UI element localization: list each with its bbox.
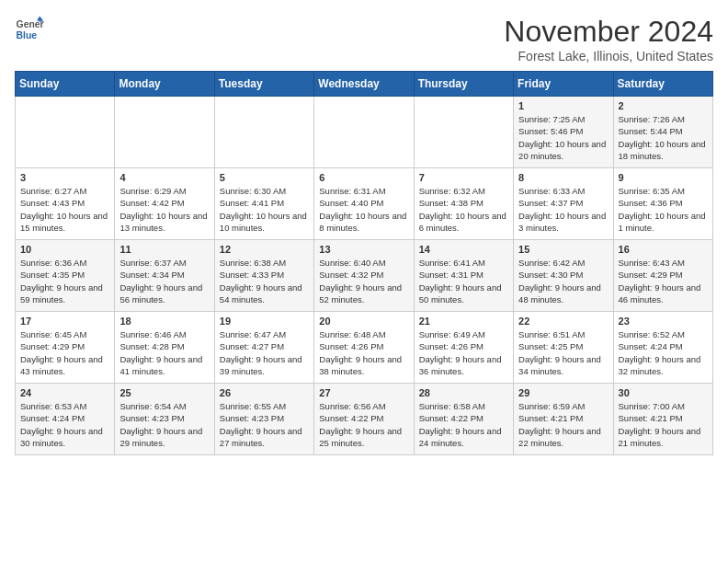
day-info: Sunrise: 6:29 AM Sunset: 4:42 PM Dayligh…: [119, 185, 209, 234]
header-day-sunday: Sunday: [16, 72, 115, 97]
day-info: Sunrise: 7:00 AM Sunset: 4:21 PM Dayligh…: [619, 400, 708, 449]
day-cell: 28Sunrise: 6:58 AM Sunset: 4:22 PM Dayli…: [414, 384, 513, 455]
day-cell: 4Sunrise: 6:29 AM Sunset: 4:42 PM Daylig…: [115, 168, 214, 240]
day-number: 25: [119, 387, 209, 398]
day-info: Sunrise: 6:51 AM Sunset: 4:25 PM Dayligh…: [518, 328, 608, 377]
week-row-2: 3Sunrise: 6:27 AM Sunset: 4:43 PM Daylig…: [16, 168, 713, 240]
day-number: 19: [220, 316, 309, 327]
day-cell: 6Sunrise: 6:31 AM Sunset: 4:40 PM Daylig…: [314, 168, 414, 240]
day-cell: 9Sunrise: 6:35 AM Sunset: 4:36 PM Daylig…: [613, 168, 712, 240]
day-number: 3: [20, 172, 109, 183]
logo-icon: General Blue: [15, 15, 44, 44]
day-number: 29: [518, 387, 608, 398]
day-info: Sunrise: 6:48 AM Sunset: 4:26 PM Dayligh…: [319, 328, 408, 377]
day-cell: [16, 97, 115, 168]
day-info: Sunrise: 6:41 AM Sunset: 4:31 PM Dayligh…: [419, 257, 508, 305]
location: Forest Lake, Illinois, United States: [504, 49, 713, 63]
day-cell: 25Sunrise: 6:54 AM Sunset: 4:23 PM Dayli…: [115, 384, 214, 455]
day-number: 1: [518, 100, 608, 111]
day-cell: 22Sunrise: 6:51 AM Sunset: 4:25 PM Dayli…: [514, 312, 613, 384]
day-info: Sunrise: 6:54 AM Sunset: 4:23 PM Dayligh…: [119, 400, 209, 449]
header-day-saturday: Saturday: [613, 72, 712, 97]
day-number: 2: [619, 100, 708, 111]
day-cell: 16Sunrise: 6:43 AM Sunset: 4:29 PM Dayli…: [613, 240, 712, 312]
header-day-tuesday: Tuesday: [214, 72, 313, 97]
day-info: Sunrise: 6:49 AM Sunset: 4:26 PM Dayligh…: [419, 328, 508, 377]
day-cell: 30Sunrise: 7:00 AM Sunset: 4:21 PM Dayli…: [613, 384, 712, 455]
day-cell: 14Sunrise: 6:41 AM Sunset: 4:31 PM Dayli…: [414, 240, 513, 312]
day-number: 15: [518, 244, 608, 255]
day-info: Sunrise: 6:46 AM Sunset: 4:28 PM Dayligh…: [119, 328, 209, 377]
day-cell: 2Sunrise: 7:26 AM Sunset: 5:44 PM Daylig…: [613, 97, 712, 168]
day-info: Sunrise: 6:40 AM Sunset: 4:32 PM Dayligh…: [319, 257, 408, 305]
day-number: 8: [518, 172, 608, 183]
calendar-table: SundayMondayTuesdayWednesdayThursdayFrid…: [15, 71, 713, 455]
day-cell: 1Sunrise: 7:25 AM Sunset: 5:46 PM Daylig…: [514, 97, 613, 168]
day-info: Sunrise: 6:42 AM Sunset: 4:30 PM Dayligh…: [518, 257, 608, 305]
day-number: 16: [619, 244, 708, 255]
day-number: 12: [220, 244, 309, 255]
week-row-5: 24Sunrise: 6:53 AM Sunset: 4:24 PM Dayli…: [16, 384, 713, 455]
day-number: 26: [220, 387, 309, 398]
day-cell: 12Sunrise: 6:38 AM Sunset: 4:33 PM Dayli…: [214, 240, 313, 312]
title-area: November 2024 Forest Lake, Illinois, Uni…: [504, 15, 713, 63]
day-number: 28: [419, 387, 508, 398]
day-number: 30: [619, 387, 708, 398]
day-cell: 18Sunrise: 6:46 AM Sunset: 4:28 PM Dayli…: [115, 312, 214, 384]
day-cell: 29Sunrise: 6:59 AM Sunset: 4:21 PM Dayli…: [514, 384, 613, 455]
day-number: 7: [419, 172, 508, 183]
header-day-friday: Friday: [514, 72, 613, 97]
day-info: Sunrise: 6:36 AM Sunset: 4:35 PM Dayligh…: [20, 257, 109, 305]
day-info: Sunrise: 6:33 AM Sunset: 4:37 PM Dayligh…: [518, 185, 608, 234]
day-info: Sunrise: 6:37 AM Sunset: 4:34 PM Dayligh…: [119, 257, 209, 305]
day-cell: [115, 97, 214, 168]
logo: General Blue: [15, 15, 44, 44]
calendar-header-row: SundayMondayTuesdayWednesdayThursdayFrid…: [16, 72, 713, 97]
svg-text:Blue: Blue: [17, 30, 38, 40]
day-info: Sunrise: 6:27 AM Sunset: 4:43 PM Dayligh…: [20, 185, 109, 234]
day-number: 17: [20, 316, 109, 327]
day-cell: 17Sunrise: 6:45 AM Sunset: 4:29 PM Dayli…: [16, 312, 115, 384]
day-cell: 23Sunrise: 6:52 AM Sunset: 4:24 PM Dayli…: [613, 312, 712, 384]
day-cell: 26Sunrise: 6:55 AM Sunset: 4:23 PM Dayli…: [214, 384, 313, 455]
day-number: 5: [220, 172, 309, 183]
day-number: 18: [119, 316, 209, 327]
day-number: 14: [419, 244, 508, 255]
week-row-1: 1Sunrise: 7:25 AM Sunset: 5:46 PM Daylig…: [16, 97, 713, 168]
day-cell: 13Sunrise: 6:40 AM Sunset: 4:32 PM Dayli…: [314, 240, 414, 312]
day-number: 11: [119, 244, 209, 255]
day-number: 23: [619, 316, 708, 327]
day-info: Sunrise: 6:35 AM Sunset: 4:36 PM Dayligh…: [619, 185, 708, 234]
day-number: 24: [20, 387, 109, 398]
day-info: Sunrise: 6:53 AM Sunset: 4:24 PM Dayligh…: [20, 400, 109, 449]
day-number: 20: [319, 316, 408, 327]
day-cell: 3Sunrise: 6:27 AM Sunset: 4:43 PM Daylig…: [16, 168, 115, 240]
header-day-wednesday: Wednesday: [314, 72, 414, 97]
day-number: 27: [319, 387, 408, 398]
day-info: Sunrise: 6:32 AM Sunset: 4:38 PM Dayligh…: [419, 185, 508, 234]
day-number: 4: [119, 172, 209, 183]
day-cell: 19Sunrise: 6:47 AM Sunset: 4:27 PM Dayli…: [214, 312, 313, 384]
header: General Blue November 2024 Forest Lake, …: [15, 15, 713, 63]
day-info: Sunrise: 6:52 AM Sunset: 4:24 PM Dayligh…: [619, 328, 708, 377]
day-info: Sunrise: 6:59 AM Sunset: 4:21 PM Dayligh…: [518, 400, 608, 449]
header-day-thursday: Thursday: [414, 72, 513, 97]
day-info: Sunrise: 6:31 AM Sunset: 4:40 PM Dayligh…: [319, 185, 408, 234]
day-cell: 8Sunrise: 6:33 AM Sunset: 4:37 PM Daylig…: [514, 168, 613, 240]
day-number: 22: [518, 316, 608, 327]
day-number: 21: [419, 316, 508, 327]
day-number: 10: [20, 244, 109, 255]
month-title: November 2024: [504, 15, 713, 49]
day-number: 9: [619, 172, 708, 183]
day-info: Sunrise: 6:45 AM Sunset: 4:29 PM Dayligh…: [20, 328, 109, 377]
day-info: Sunrise: 6:58 AM Sunset: 4:22 PM Dayligh…: [419, 400, 508, 449]
week-row-4: 17Sunrise: 6:45 AM Sunset: 4:29 PM Dayli…: [16, 312, 713, 384]
day-cell: 21Sunrise: 6:49 AM Sunset: 4:26 PM Dayli…: [414, 312, 513, 384]
day-cell: 24Sunrise: 6:53 AM Sunset: 4:24 PM Dayli…: [16, 384, 115, 455]
day-info: Sunrise: 6:47 AM Sunset: 4:27 PM Dayligh…: [220, 328, 309, 377]
day-cell: 10Sunrise: 6:36 AM Sunset: 4:35 PM Dayli…: [16, 240, 115, 312]
day-cell: [414, 97, 513, 168]
day-cell: 27Sunrise: 6:56 AM Sunset: 4:22 PM Dayli…: [314, 384, 414, 455]
header-day-monday: Monday: [115, 72, 214, 97]
day-cell: [314, 97, 414, 168]
